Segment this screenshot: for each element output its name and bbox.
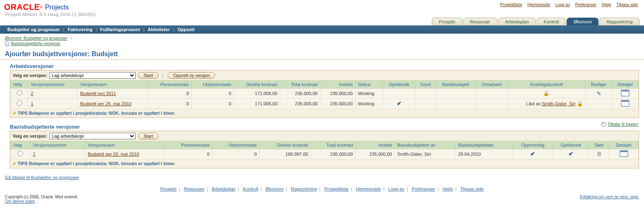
tab-rapportering[interactable]: Rapportering [599, 18, 639, 25]
s1-row1-num[interactable]: 1 [31, 101, 33, 106]
section2-start-button[interactable]: Start [138, 133, 158, 139]
fl-11[interactable]: Tilpass side [460, 186, 484, 191]
copyright-text: Copyright (c) 2006, Oracle. Med enerett. [5, 195, 78, 199]
s1-row0-p: 0 [149, 88, 191, 98]
tab-prosjekt[interactable]: Prosjekt [432, 18, 462, 25]
s2-row0-tk: 235.000,00 [311, 149, 356, 159]
s2-row0-date: 29.04.2010 [456, 149, 513, 159]
s1-row1-tk: 235.000,00 [280, 98, 320, 109]
locked-prefix: Låst av: [526, 101, 542, 106]
about-link[interactable]: Om denne siden [5, 199, 35, 204]
fl-9[interactable]: Preferanser [412, 186, 435, 191]
chevron-down-icon[interactable]: ⌄ [5, 42, 9, 46]
s1-col-num: Versjonsnummer [28, 80, 77, 88]
toplink-hjemmeside[interactable]: Hjemmeside [527, 2, 550, 7]
toplink-prosjektliste[interactable]: Prosjektliste [500, 2, 522, 7]
s1-row0-tk: 235.000,00 [280, 88, 320, 98]
s1-row1-radio[interactable] [17, 100, 22, 106]
s1-col-name: Versjonsnavn [77, 80, 149, 88]
s1-row0-name[interactable]: Budsjett juni 2011 [80, 91, 116, 96]
section1-tips: ✔TIPS Beløpene er oppført i prosjektvalu… [10, 109, 639, 118]
s1-col-velg: Velg [11, 80, 28, 88]
toplink-hjelp[interactable]: Hjelp [602, 2, 611, 7]
section2-title: Basisbudsjetterte versjoner [10, 124, 639, 130]
fl-7[interactable]: Hjemmeside [356, 186, 381, 191]
section1-version-select[interactable]: Lag arbeidskopi [50, 72, 136, 79]
s1-row1-status: Working [355, 98, 383, 109]
s2-row0-inn: 235.000,00 [356, 149, 395, 159]
fl-8[interactable]: Logg av [388, 186, 404, 191]
go-back-link[interactable]: Gå tilbake til Budsjetter og prognoser [5, 175, 79, 180]
section2-box: Velg en versjon: Lag arbeidskopi Start V… [10, 131, 639, 168]
section1-table: Velg Versjonsnummer Versjonsnavn Personi… [10, 80, 639, 109]
subnav-budsjetter[interactable]: Budsjetter og prognoser [7, 27, 60, 32]
s2-col-gjeld: Gjeldende [553, 141, 589, 149]
subnav-fullforing[interactable]: Fullføringsprosent [100, 27, 140, 32]
page-title: Ajourfør budsjettversjoner: Budsjett [5, 50, 639, 58]
section1-new-button[interactable]: Opprett ny versjon [168, 72, 215, 79]
lock-icon[interactable]: 🔒 [577, 101, 583, 107]
details-icon[interactable] [621, 100, 629, 107]
table-row: 1 Budsjett per 29. mai 2010 0 0 171.006,… [11, 98, 639, 109]
fl-4[interactable]: Økonomi [265, 186, 283, 191]
s1-col-inn: Inntekt [320, 80, 356, 88]
s2-row0-radio[interactable] [18, 151, 23, 156]
logo-text: ORACLE [4, 2, 40, 12]
check-icon: ✔ [531, 151, 535, 157]
fl-5[interactable]: Rapportering [291, 186, 317, 191]
check-icon: ✔ [397, 100, 401, 107]
s1-row0-u: 0 [192, 88, 234, 98]
lock-icon[interactable]: 🔓 [543, 91, 549, 96]
toplink-tilpass[interactable]: Tilpass side [617, 2, 638, 7]
details-icon[interactable] [621, 90, 629, 96]
tab-ressurser[interactable]: Ressurser [463, 18, 497, 25]
subnav-aktiviteter[interactable]: Aktiviteter [148, 27, 170, 32]
fl-6[interactable]: Prosjektliste [324, 186, 348, 191]
subnav-fakturering[interactable]: Fakturering [68, 27, 93, 32]
s1-row1-p: 0 [149, 98, 191, 109]
s2-row0-name[interactable]: Budsjett per 29. mai 2010 [88, 152, 139, 157]
s2-row0-u: 0 [212, 149, 259, 159]
edit-icon[interactable]: ✎ [596, 90, 601, 97]
table-row: 1 Budsjett per 29. mai 2010 0 0 180.997,… [11, 149, 639, 159]
trash-icon[interactable]: 🗑 [596, 151, 602, 157]
section1-title: Arbeidsversjoner [10, 63, 639, 69]
s2-col-slett: Slett [589, 141, 609, 149]
fl-10[interactable]: Hjelp [442, 186, 453, 191]
back-to-top-link[interactable]: Tilbake til toppen [608, 122, 638, 127]
section2-table: Velg Versjonsnummer Versjonsnavn Personi… [10, 141, 639, 159]
footer-links: Prosjekt| Ressurser| Arbeidsplan| Kontro… [0, 182, 644, 193]
s1-col-status: Status [355, 80, 383, 88]
privacy-link[interactable]: Erklæring om vern av pers. oppl. [580, 195, 639, 199]
check-icon: ✔ [569, 151, 573, 157]
s1-col-u: Utstyrsinnsats [192, 80, 234, 88]
section2-version-select[interactable]: Lag arbeidskopi [50, 133, 136, 139]
subnav-oppsett[interactable]: Oppsett [177, 27, 195, 32]
details-icon[interactable] [620, 150, 628, 157]
tab-okonomi[interactable]: Økonomi [567, 18, 599, 25]
s2-col-tk: Total kostnad [311, 141, 356, 149]
s2-row0-dk: 180.997,00 [259, 149, 311, 159]
fl-0[interactable]: Prosjekt [160, 186, 177, 191]
s1-row0-radio[interactable] [17, 90, 22, 95]
breadcrumb-link[interactable]: Økonomi: Budsjetter og prognoser [5, 36, 67, 41]
fl-1[interactable]: Ressurser [184, 186, 204, 191]
tab-arbeidsplan[interactable]: Arbeidsplan [498, 18, 536, 25]
toplink-loggav[interactable]: Logg av [556, 2, 570, 7]
s2-col-detaljer: Detaljer [609, 141, 639, 149]
tab-kontroll[interactable]: Kontroll [537, 18, 566, 25]
s2-col-name: Versjonsnavn [85, 141, 165, 149]
basis-toggle-link[interactable]: Basisbudsjetterte versjoner [11, 41, 61, 46]
locked-by-link[interactable]: Smith-Giske, Siri [542, 101, 576, 106]
s1-row1-u: 0 [192, 98, 234, 109]
section1-start-button[interactable]: Start [138, 72, 158, 79]
s1-row1-dk: 171.006,00 [234, 98, 280, 109]
chevron-up-icon[interactable]: ⌃ [601, 122, 606, 127]
s1-row0-num[interactable]: 2 [31, 91, 33, 96]
s1-row1-name[interactable]: Budsjett per 29. mai 2010 [80, 101, 132, 106]
fl-2[interactable]: Arbeidsplan [212, 186, 236, 191]
fl-3[interactable]: Kontroll [243, 186, 258, 191]
table-row: 2 Budsjett juni 2011 0 0 171.006,00 235.… [11, 88, 639, 98]
s2-row0-num[interactable]: 1 [33, 152, 35, 157]
toplink-preferanser[interactable]: Preferanser [575, 2, 596, 7]
